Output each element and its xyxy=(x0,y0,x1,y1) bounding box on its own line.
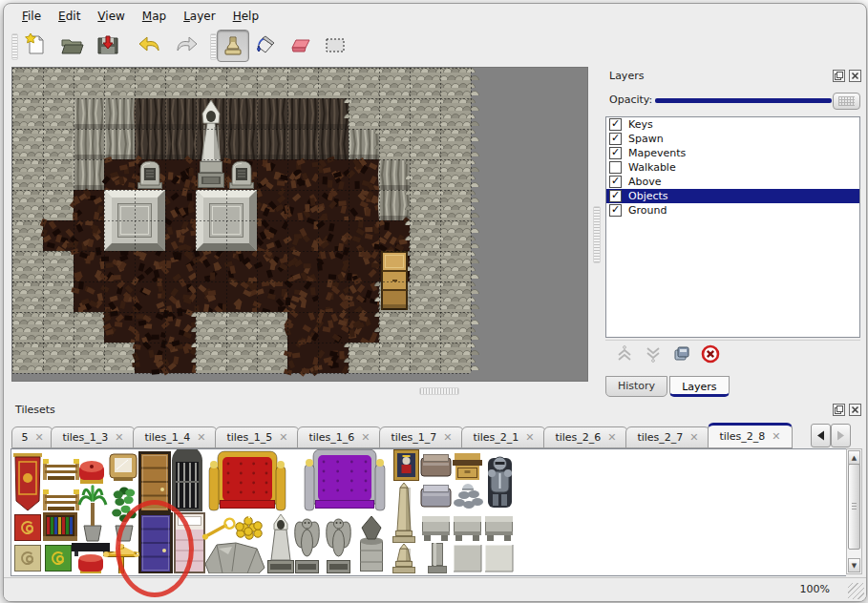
toolbar-drag-handle[interactable] xyxy=(11,33,18,60)
close-tab-icon[interactable]: ✕ xyxy=(525,431,534,444)
float-icon xyxy=(834,71,844,81)
layer-visibility-checkbox[interactable]: ✓ xyxy=(609,204,622,217)
layer-visibility-checkbox[interactable]: ✓ xyxy=(609,176,622,188)
layer-row-keys[interactable]: ✓Keys xyxy=(606,117,859,132)
scroll-tabs-left-button[interactable] xyxy=(811,424,831,447)
tileset-tab-tiles_1_5[interactable]: tiles_1_5✕ xyxy=(215,426,300,448)
opacity-slider-track[interactable] xyxy=(655,98,832,103)
rect-select-tool-button[interactable] xyxy=(320,30,350,60)
tileset-tab-label: tiles_2_6 xyxy=(555,431,601,444)
close-tab-icon[interactable]: ✕ xyxy=(34,431,43,444)
dock-tab-history[interactable]: History xyxy=(605,376,667,397)
menu-item-view[interactable]: View xyxy=(89,7,133,26)
menu-item-edit[interactable]: Edit xyxy=(50,7,89,26)
resize-grip[interactable] xyxy=(848,583,864,599)
eraser-icon xyxy=(288,32,313,57)
undo-button[interactable] xyxy=(135,30,165,60)
scrollbar-down-button[interactable]: ▼ xyxy=(848,558,860,572)
tileset-tab-label: 5 xyxy=(21,431,28,444)
layer-visibility-checkbox[interactable] xyxy=(609,161,622,174)
layer-row-walkable[interactable]: Walkable xyxy=(606,160,859,175)
layer-visibility-checkbox[interactable]: ✓ xyxy=(609,190,622,202)
map-canvas[interactable] xyxy=(12,68,587,381)
redo-button[interactable] xyxy=(171,30,201,60)
layer-row-mapevents[interactable]: ✓Mapevents xyxy=(606,146,859,160)
menu-item-layer[interactable]: Layer xyxy=(175,7,223,26)
layer-name-label: Walkable xyxy=(628,161,676,174)
close-panel-button[interactable] xyxy=(849,70,861,82)
layer-buttons-row xyxy=(605,340,860,366)
tileset-tab-tiles_2_1[interactable]: tiles_2_1✕ xyxy=(461,426,546,448)
toolbar-drag-handle[interactable] xyxy=(210,33,217,60)
close-icon xyxy=(850,71,860,81)
close-tab-icon[interactable]: ✕ xyxy=(197,431,205,444)
tileset-tab-label: tiles_2_7 xyxy=(637,431,683,444)
tilesets-panel-titlebar: Tilesets xyxy=(10,401,866,420)
layer-row-above[interactable]: ✓Above xyxy=(606,175,859,189)
float-panel-button[interactable] xyxy=(833,70,845,82)
fill-tool-button[interactable] xyxy=(251,30,282,60)
float-panel-button[interactable] xyxy=(833,404,845,416)
close-tab-icon[interactable]: ✕ xyxy=(361,431,370,444)
duplicate-layer-button[interactable] xyxy=(672,344,691,364)
open-folder-icon xyxy=(59,32,84,57)
delete-layer-button[interactable] xyxy=(701,344,720,364)
map-editor-panel xyxy=(11,67,588,382)
layer-row-spawn[interactable]: ✓Spawn xyxy=(606,132,859,146)
layer-visibility-checkbox[interactable]: ✓ xyxy=(609,147,622,159)
layer-visibility-checkbox[interactable]: ✓ xyxy=(609,118,622,131)
close-tab-icon[interactable]: ✕ xyxy=(772,430,780,443)
tileset-tab-tiles_1_6[interactable]: tiles_1_6✕ xyxy=(297,426,382,448)
open-button[interactable] xyxy=(56,30,87,60)
dock-tab-bar: HistoryLayers xyxy=(605,376,731,397)
new-file-icon xyxy=(23,32,48,57)
tileset-tab-bar: 5✕tiles_1_3✕tiles_1_4✕tiles_1_5✕tiles_1_… xyxy=(10,422,866,448)
tileset-tab-tiles_2_8[interactable]: tiles_2_8✕ xyxy=(708,423,793,448)
stamp-tool-button[interactable] xyxy=(217,30,249,62)
close-tab-icon[interactable]: ✕ xyxy=(115,431,123,444)
scroll-tabs-right-button[interactable] xyxy=(831,424,851,447)
tileset-tab-5[interactable]: 5✕ xyxy=(11,426,53,448)
tileset-scrollbar[interactable]: ▲ ▼ xyxy=(846,448,862,574)
tilesets-panel: Tilesets 5✕tiles_1_3✕tiles_1_4✕tiles_1_5… xyxy=(10,401,866,578)
tileset-canvas[interactable] xyxy=(11,449,844,573)
menu-item-help[interactable]: Help xyxy=(224,7,267,26)
menubar: FileEditViewMapLayerHelp xyxy=(4,4,866,28)
close-tab-icon[interactable]: ✕ xyxy=(279,431,287,444)
eraser-tool-button[interactable] xyxy=(286,30,316,60)
menu-item-map[interactable]: Map xyxy=(134,7,175,26)
tileset-tab-label: tiles_1_4 xyxy=(144,431,190,444)
tileset-tab-label: tiles_1_5 xyxy=(226,431,272,444)
tileset-content-area xyxy=(11,448,846,576)
layer-row-ground[interactable]: ✓Ground xyxy=(606,203,859,218)
scrollbar-up-button[interactable]: ▲ xyxy=(848,450,860,465)
close-tab-icon[interactable]: ✕ xyxy=(443,431,452,444)
tileset-tab-tiles_2_7[interactable]: tiles_2_7✕ xyxy=(625,426,710,448)
dock-tab-layers[interactable]: Layers xyxy=(669,376,729,397)
fill-bucket-icon xyxy=(254,32,279,57)
tileset-tab-tiles_2_6[interactable]: tiles_2_6✕ xyxy=(543,426,628,448)
tilesets-panel-title: Tilesets xyxy=(15,404,55,416)
scrollbar-thumb[interactable] xyxy=(848,464,860,550)
opacity-slider-handle[interactable] xyxy=(833,93,860,110)
layer-row-objects[interactable]: ✓Objects xyxy=(606,189,859,203)
menu-item-file[interactable]: File xyxy=(13,7,50,26)
zoom-level: 100% xyxy=(800,583,830,595)
close-panel-button[interactable] xyxy=(849,404,861,416)
layer-name-label: Spawn xyxy=(628,133,664,145)
new-file-button[interactable] xyxy=(20,30,51,60)
move-layer-down-button[interactable] xyxy=(644,344,663,364)
close-tab-icon[interactable]: ✕ xyxy=(689,431,698,444)
save-button[interactable] xyxy=(93,30,123,60)
horizontal-splitter-handle[interactable] xyxy=(419,387,459,395)
layer-visibility-checkbox[interactable]: ✓ xyxy=(609,133,622,145)
save-icon xyxy=(95,32,120,57)
vertical-splitter-handle[interactable] xyxy=(593,206,601,263)
tileset-tab-label: tiles_2_8 xyxy=(719,430,765,443)
close-tab-icon[interactable]: ✕ xyxy=(607,431,616,444)
tileset-tab-tiles_1_3[interactable]: tiles_1_3✕ xyxy=(51,426,136,448)
tileset-tab-tiles_1_4[interactable]: tiles_1_4✕ xyxy=(133,426,218,448)
tileset-tab-tiles_1_7[interactable]: tiles_1_7✕ xyxy=(379,426,464,448)
move-layer-up-button[interactable] xyxy=(615,344,634,364)
app-window: FileEditViewMapLayerHelp xyxy=(3,3,867,602)
